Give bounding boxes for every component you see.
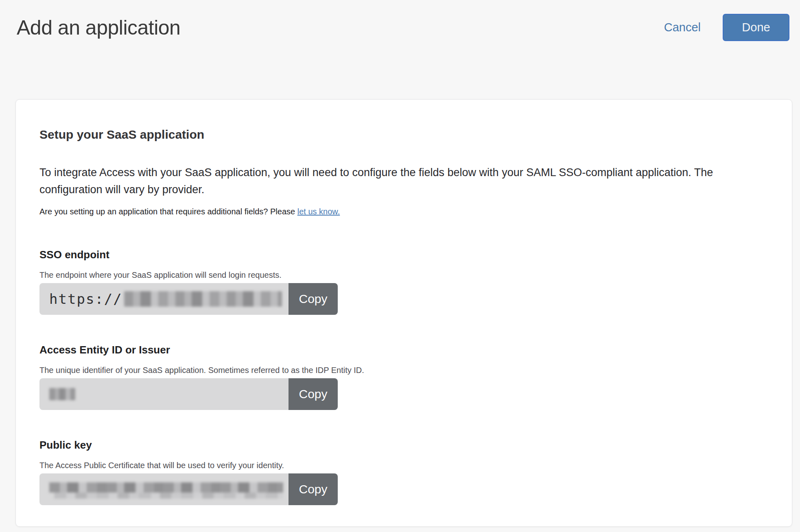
field-label: Access Entity ID or Issuer (39, 344, 768, 356)
field-description: The Access Public Certificate that will … (39, 460, 768, 471)
public-key-value (39, 473, 289, 505)
field-description: The endpoint where your SaaS application… (39, 270, 768, 280)
let-us-know-link[interactable]: let us know. (297, 207, 340, 216)
field-label: Public key (39, 439, 768, 451)
setup-card: Setup your SaaS application To integrate… (15, 99, 792, 527)
redacted-value (49, 480, 283, 499)
entity-id-value-row: Copy (39, 378, 338, 410)
note-text: Are you setting up an application that r… (39, 207, 295, 216)
page-title: Add an application (17, 16, 664, 39)
cancel-button[interactable]: Cancel (664, 21, 701, 34)
copy-button[interactable]: Copy (289, 378, 338, 410)
copy-button[interactable]: Copy (289, 473, 338, 505)
sso-endpoint-value-row: https:// Copy (39, 283, 338, 315)
note-line: Are you setting up an application that r… (39, 206, 768, 217)
entity-id-value (39, 378, 289, 410)
field-section-entity-id: Access Entity ID or Issuer The unique id… (39, 344, 768, 410)
page-header: Add an application Cancel Done (0, 0, 800, 41)
sso-endpoint-value: https:// (39, 283, 289, 315)
public-key-value-row: Copy (39, 473, 338, 505)
field-section-public-key: Public key The Access Public Certificate… (39, 439, 768, 505)
redacted-value (124, 291, 282, 307)
field-section-sso-endpoint: SSO endpoint The endpoint where your Saa… (39, 249, 768, 315)
done-button[interactable]: Done (723, 14, 789, 41)
intro-text: To integrate Access with your SaaS appli… (39, 164, 768, 198)
copy-button[interactable]: Copy (289, 283, 338, 315)
field-description: The unique identifier of your SaaS appli… (39, 365, 768, 375)
field-label: SSO endpoint (39, 249, 768, 261)
redacted-value (49, 388, 75, 400)
value-prefix: https:// (49, 291, 122, 307)
card-heading: Setup your SaaS application (39, 127, 768, 142)
